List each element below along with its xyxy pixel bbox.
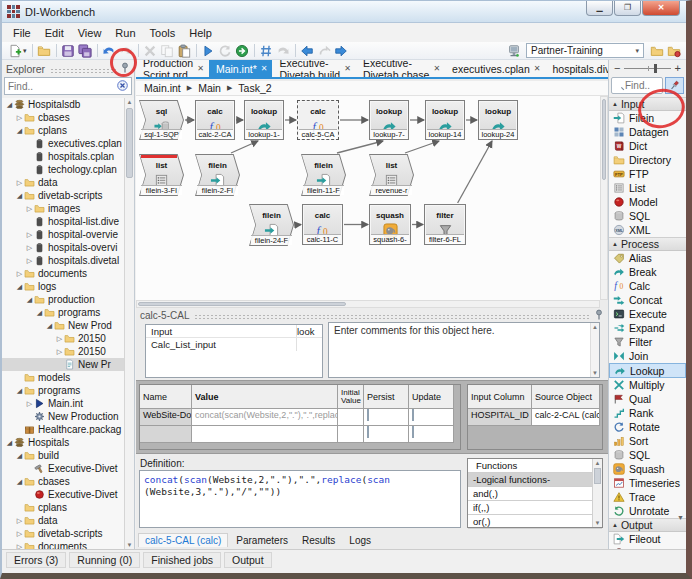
flow-node-sql-1[interactable]: sql sql-1-SQP xyxy=(139,100,184,140)
zoom-slider-thumb[interactable] xyxy=(654,64,657,73)
document-tab[interactable]: Executive-Divetab.cbase✕ xyxy=(356,60,445,77)
scrollbar-thumb[interactable] xyxy=(126,108,133,178)
palette-item-break[interactable]: Break xyxy=(609,265,686,279)
palette-item-filter[interactable]: Filter xyxy=(609,335,686,349)
collapse-icon[interactable]: ◢ xyxy=(15,452,24,460)
canvas-vertical-scrollbar[interactable] xyxy=(600,96,608,300)
zoom-out-icon[interactable]: − xyxy=(614,62,620,74)
explorer-scrollbar[interactable]: ▲ ▼ xyxy=(124,98,134,549)
update-checkbox[interactable] xyxy=(412,426,414,438)
breadcrumb-item[interactable]: Task_2 xyxy=(238,82,271,94)
palette-item-ftp[interactable]: FTPFTP xyxy=(609,167,686,181)
collapse-icon[interactable]: ◢ xyxy=(15,478,24,486)
palette-item-concat[interactable]: Concat xyxy=(609,293,686,307)
pin-icon[interactable] xyxy=(594,309,604,322)
flow-node-revenue-r[interactable]: list revenue-r xyxy=(369,154,414,196)
expand-icon[interactable]: ▷ xyxy=(25,257,34,265)
expand-icon[interactable]: ▷ xyxy=(25,205,34,213)
function-item[interactable]: and(,) xyxy=(468,487,602,501)
update-checkbox[interactable] xyxy=(412,409,414,421)
palette-item-fileout[interactable]: Fileout xyxy=(609,532,686,546)
param-initial-cell[interactable] xyxy=(338,409,364,426)
menu-file[interactable]: File xyxy=(6,25,38,41)
collapse-icon[interactable]: ◢ xyxy=(15,387,24,395)
scroll-down-icon[interactable]: ▼ xyxy=(591,370,599,376)
expand-icon[interactable]: ▷ xyxy=(15,179,24,187)
input-list[interactable]: Input look Calc_List_input xyxy=(145,324,323,378)
tree-item-hospital-list-dive[interactable]: hospital-list.dive xyxy=(2,215,124,228)
status-running-0-[interactable]: Running (0) xyxy=(69,552,140,568)
canvas-horizontal-scrollbar[interactable] xyxy=(136,300,600,308)
expand-icon[interactable]: ▷ xyxy=(25,244,34,252)
tree-item-cplans[interactable]: ◢cplans xyxy=(2,124,124,137)
persist-checkbox[interactable] xyxy=(367,426,369,438)
tree-item-techology-cplan[interactable]: techology.cplan xyxy=(2,163,124,176)
palette-item-trace[interactable]: Trace xyxy=(609,490,686,504)
tab-close-icon[interactable]: ✕ xyxy=(433,64,440,73)
menu-run[interactable]: Run xyxy=(108,25,142,41)
status-errors-3-[interactable]: Errors (3) xyxy=(6,552,66,568)
expand-icon[interactable]: ▷ xyxy=(15,517,24,525)
palette-item-datagen[interactable]: Datagen xyxy=(609,125,686,139)
palette-section-process[interactable]: ▲Process xyxy=(609,237,686,251)
detail-tab-results[interactable]: Results xyxy=(296,534,341,547)
zoom-slider[interactable] xyxy=(624,68,670,69)
expand-icon[interactable]: ▷ xyxy=(55,335,64,343)
input-column-cell[interactable]: HOSPITAL_ID xyxy=(468,409,532,426)
palette-item-qual[interactable]: Qual xyxy=(609,392,686,406)
palette-item-execute[interactable]: Execute xyxy=(609,307,686,321)
flow-node-lookup-24[interactable]: lookup lookup-24 xyxy=(478,100,518,140)
explorer-find-input[interactable] xyxy=(8,81,117,92)
tree-item-hospitals-overvi[interactable]: ▷hospitals-overvi xyxy=(2,241,124,254)
palette-item-squash[interactable]: Squash xyxy=(609,462,686,476)
paste-button[interactable] xyxy=(176,43,193,59)
document-tab[interactable]: hospitals.divetab✕ xyxy=(545,60,608,77)
palette-section-output[interactable]: ▲Output xyxy=(609,518,686,532)
tree-item-programs[interactable]: ◢programs xyxy=(2,384,124,397)
collapse-icon[interactable]: ◢ xyxy=(5,439,14,447)
collapse-icon[interactable]: ◢ xyxy=(45,322,54,330)
flow-node-squash-6[interactable]: squash squash-6- xyxy=(369,204,411,245)
collapse-icon[interactable]: ◢ xyxy=(25,296,34,304)
tree-item-hospitals-cplan[interactable]: hospitals.cplan xyxy=(2,150,124,163)
palette-item-rank[interactable]: Rank xyxy=(609,406,686,420)
collapse-icon[interactable]: ◢ xyxy=(15,283,24,291)
scroll-down-icon[interactable]: ▼ xyxy=(125,542,134,548)
palette-item-alias[interactable]: Alias xyxy=(609,251,686,265)
collapse-icon[interactable]: ◢ xyxy=(35,309,44,317)
tree-item-cbases[interactable]: ◢cbases xyxy=(2,475,124,488)
palette-item-list[interactable]: List xyxy=(609,181,686,195)
param-name-cell[interactable] xyxy=(140,426,192,443)
flow-node-lookup-1[interactable]: lookup lookup-1- xyxy=(244,100,284,140)
tree-item-divetab-scripts[interactable]: ◢divetab-scripts xyxy=(2,189,124,202)
tab-close-icon[interactable]: ✕ xyxy=(197,64,204,73)
tree-item-cbases[interactable]: ▷cbases xyxy=(2,111,124,124)
forward-button[interactable] xyxy=(333,43,350,59)
document-tab[interactable]: Main.int*✕ xyxy=(209,60,273,77)
flow-node-filein-3[interactable]: list filein-3-FI xyxy=(139,154,184,196)
tree-item-executive-divet[interactable]: Executive-Divet xyxy=(2,462,124,475)
project-folder-button[interactable] xyxy=(648,43,665,59)
tree-item-cplans[interactable]: cplans xyxy=(2,501,124,514)
tree-item-build[interactable]: ◢build xyxy=(2,449,124,462)
expand-icon[interactable]: ▷ xyxy=(15,530,24,538)
palette-item-timeseries[interactable]: Timeseries xyxy=(609,476,686,490)
tab-close-icon[interactable]: ✕ xyxy=(534,64,541,73)
flow-node-lookup-7[interactable]: lookup lookup-7- xyxy=(369,100,409,140)
menu-tools[interactable]: Tools xyxy=(143,25,183,41)
menu-help[interactable]: Help xyxy=(182,25,219,41)
document-tab[interactable]: Executive-Divetab.build✕ xyxy=(272,60,355,77)
param-value-cell[interactable] xyxy=(192,426,338,443)
palette-item-expand[interactable]: Expand xyxy=(609,321,686,335)
function-item[interactable]: if(,,) xyxy=(468,501,602,515)
scrollbar-thumb[interactable] xyxy=(594,468,601,484)
flow-canvas[interactable]: sql sql-1-SQP calc f0 calc-2-CA lookup l… xyxy=(136,96,600,300)
minimize-button[interactable]: ▁ xyxy=(586,1,613,16)
detail-tab-parameters[interactable]: Parameters xyxy=(230,534,294,547)
palette-item-multiply[interactable]: Multiply xyxy=(609,378,686,392)
tree-item-images[interactable]: ▷images xyxy=(2,202,124,215)
input-list-item[interactable]: Calc_List_input xyxy=(146,338,296,351)
comments-box[interactable]: Enter comments for this object here. ▲ ▼ xyxy=(328,322,600,378)
menu-edit[interactable]: Edit xyxy=(38,25,71,41)
persist-checkbox[interactable] xyxy=(367,409,369,421)
